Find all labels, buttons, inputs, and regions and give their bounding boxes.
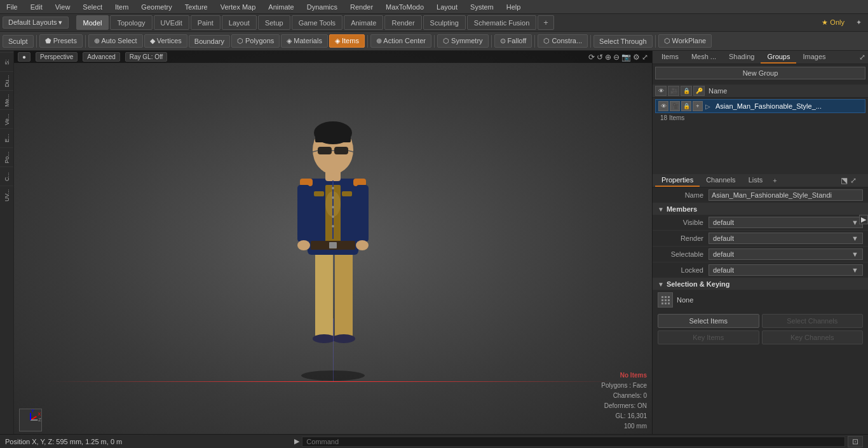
name-input[interactable] [709, 189, 863, 201]
props-detach-icon[interactable]: ⬔ [841, 176, 848, 185]
group-visible-toggle[interactable]: 👁 [658, 101, 668, 111]
vp-icon-settings[interactable]: ⚙ [633, 53, 640, 62]
layout-dropdown[interactable]: Default Layouts ▾ [3, 17, 69, 29]
vp-icon-rotate[interactable]: ⟳ [588, 53, 595, 62]
command-execute-btn[interactable]: ⊡ [848, 436, 863, 447]
layout-tab-schematic[interactable]: Schematic Fusion [467, 15, 536, 30]
col-render-icon[interactable]: 🎥 [668, 86, 679, 96]
left-tool-uv[interactable]: UV... [0, 186, 13, 205]
polygons-button[interactable]: ⬡ Polygons [231, 34, 280, 48]
props-expand-icon[interactable]: ⤢ [850, 176, 857, 185]
workplane-button[interactable]: ⬡ WorkPlane [658, 34, 712, 48]
layout-tab-model[interactable]: Model [76, 15, 109, 30]
auto-select-button[interactable]: ⊕ Auto Select [88, 34, 143, 48]
members-section-header[interactable]: ▼ Members [653, 203, 868, 215]
select-items-button[interactable]: Select Items [658, 314, 759, 328]
tab-groups[interactable]: Groups [761, 51, 796, 64]
menu-vertex-map[interactable]: Vertex Map [214, 2, 262, 12]
sculpt-button[interactable]: Sculpt [3, 35, 34, 48]
group-row[interactable]: 👁 🎥 🔒 + ▷ Asian_Man_Fashionable_Style_..… [655, 99, 865, 113]
menu-select[interactable]: Select [76, 2, 109, 12]
materials-button[interactable]: ◈ Materials [281, 34, 328, 48]
menu-animate[interactable]: Animate [262, 2, 300, 12]
command-input[interactable] [302, 437, 845, 447]
action-center-button[interactable]: ⊕ Action Center [370, 34, 431, 48]
tab-shading[interactable]: Shading [722, 51, 761, 64]
menu-render[interactable]: Render [344, 2, 379, 12]
new-group-button[interactable]: New Group [655, 67, 865, 79]
layout-tab-render[interactable]: Render [384, 15, 421, 30]
select-through-button[interactable]: Select Through [593, 35, 652, 48]
props-tab-plus[interactable]: + [769, 175, 780, 186]
layout-tab-topology[interactable]: Topology [110, 15, 152, 30]
left-tool-e[interactable]: E... [0, 128, 13, 147]
tab-mesh[interactable]: Mesh ... [685, 51, 722, 64]
key-items-button[interactable]: Key Items [658, 330, 759, 344]
symmetry-button[interactable]: ⬡ Symmetry [437, 34, 489, 48]
svg-point-29 [332, 196, 334, 199]
layout-tab-paint[interactable]: Paint [191, 15, 220, 30]
constraint-button[interactable]: ⬡ Constra... [538, 34, 588, 48]
left-tool-s[interactable]: S: [0, 52, 13, 71]
right-expand-btn[interactable]: ▶ [859, 215, 868, 224]
vp-icon-expand[interactable]: ⤢ [642, 53, 648, 62]
items-button[interactable]: ◈ Items [329, 34, 365, 48]
left-tool-ver[interactable]: Ve... [0, 109, 13, 128]
layout-tab-setup[interactable]: Setup [258, 15, 290, 30]
viewport-mode-btn[interactable]: ● [18, 52, 31, 62]
menu-item[interactable]: Item [109, 2, 135, 12]
advanced-btn[interactable]: Advanced [83, 52, 119, 62]
menu-file[interactable]: File [0, 2, 24, 12]
left-tool-dup[interactable]: Du... [0, 71, 13, 90]
props-tab-lists[interactable]: Lists [742, 174, 770, 187]
layout-tab-plus[interactable]: + [538, 15, 554, 30]
layout-tab-sculpting[interactable]: Sculpting [423, 15, 466, 30]
menu-edit[interactable]: Edit [24, 2, 49, 12]
menu-texture[interactable]: Texture [179, 2, 214, 12]
col-lock-icon[interactable]: 🔒 [681, 86, 692, 96]
groups-expand-icon[interactable]: ⤢ [859, 53, 865, 62]
render-dropdown[interactable]: default ▼ [709, 233, 863, 244]
tab-items[interactable]: Items [655, 51, 685, 64]
menu-view[interactable]: View [49, 2, 77, 12]
menu-system[interactable]: System [464, 2, 500, 12]
props-tab-channels[interactable]: Channels [700, 174, 742, 187]
viewport[interactable]: ● Perspective Advanced Ray GL: Off ⟳ ↺ ⊕… [14, 51, 652, 434]
falloff-button[interactable]: ⊙ Falloff [494, 34, 532, 48]
layout-settings-icon[interactable]: ✦ [852, 17, 865, 28]
left-tool-c[interactable]: C... [0, 166, 13, 186]
presets-button[interactable]: ⬟ Presets [39, 34, 83, 48]
vertices-button[interactable]: ◆ Vertices [144, 34, 187, 48]
selectable-dropdown[interactable]: default ▼ [709, 248, 863, 260]
menu-geometry[interactable]: Geometry [135, 2, 178, 12]
vp-icon-zoom-in[interactable]: ⊕ [605, 53, 611, 62]
col-visible-icon[interactable]: 👁 [655, 86, 667, 96]
menu-dynamics[interactable]: Dynamics [301, 2, 344, 12]
select-channels-button[interactable]: Select Channels [762, 314, 864, 328]
group-key-toggle[interactable]: + [693, 101, 703, 111]
vp-icon-zoom-out[interactable]: ⊖ [613, 53, 620, 62]
key-channels-button[interactable]: Key Channels [762, 330, 864, 344]
layout-tab-animate[interactable]: Animate [344, 15, 383, 30]
ray-gl-btn[interactable]: Ray GL: Off [125, 52, 168, 62]
visible-dropdown[interactable]: default ▼ [709, 217, 863, 228]
left-tool-po[interactable]: Po... [0, 147, 13, 166]
left-tool-mes[interactable]: Me... [0, 90, 13, 109]
perspective-btn[interactable]: Perspective [36, 52, 78, 62]
group-lock-toggle[interactable]: 🔒 [681, 101, 691, 111]
vp-icon-camera[interactable]: 📷 [621, 53, 631, 62]
layout-tab-layout[interactable]: Layout [222, 15, 257, 30]
tab-images[interactable]: Images [796, 51, 832, 64]
layout-tab-gametools[interactable]: Game Tools [292, 15, 343, 30]
props-tab-properties[interactable]: Properties [655, 174, 700, 187]
menu-maxtomodo[interactable]: MaxToModo [379, 2, 430, 12]
menu-help[interactable]: Help [500, 2, 527, 12]
boundary-button[interactable]: Boundary [189, 35, 230, 48]
vp-icon-reset[interactable]: ↺ [597, 53, 603, 62]
group-render-toggle[interactable]: 🎥 [670, 101, 680, 111]
col-key-icon[interactable]: 🔑 [693, 86, 705, 96]
sel-keying-section-header[interactable]: ▼ Selection & Keying [653, 278, 868, 290]
locked-dropdown[interactable]: default ▼ [709, 264, 863, 276]
layout-tab-uvedit[interactable]: UVEdit [154, 15, 189, 30]
menu-layout[interactable]: Layout [430, 2, 464, 12]
